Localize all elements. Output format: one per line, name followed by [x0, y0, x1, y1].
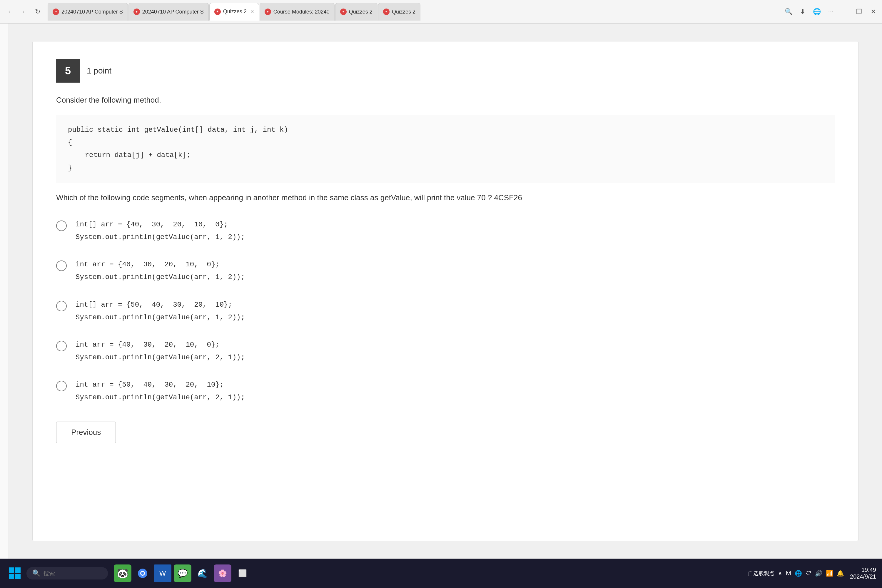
tab-favicon-1: ✦: [52, 9, 59, 15]
taskbar-time: 19:49 2024/9/21: [850, 567, 876, 580]
browser-tab-3[interactable]: ✦Quizzes 2✕: [209, 3, 259, 21]
svg-rect-2: [9, 574, 14, 579]
stock-icon: Μ: [786, 570, 791, 577]
radio-button-2[interactable]: [56, 261, 67, 271]
left-sidebar: [0, 24, 9, 588]
svg-rect-1: [15, 567, 21, 573]
answer-text-3: int[] arr = {50, 40, 30, 20, 10}; System…: [75, 298, 245, 324]
browser-tab-4[interactable]: ✦Course Modules: 20240: [260, 3, 334, 21]
chrome-icon[interactable]: [134, 564, 152, 582]
tab-close-3[interactable]: ✕: [250, 9, 254, 14]
answer-option-3[interactable]: int[] arr = {50, 40, 30, 20, 10}; System…: [56, 298, 835, 324]
browser-tab-1[interactable]: ✦20240710 AP Computer S: [48, 3, 128, 21]
caret-up-icon: ∧: [778, 570, 782, 577]
tab-favicon-5: ✦: [340, 9, 346, 15]
tab-favicon-6: ✦: [383, 9, 390, 15]
page-layout: 5 1 point Consider the following method.…: [0, 24, 882, 588]
browser-tab-2[interactable]: ✦20240710 AP Computer S: [129, 3, 209, 21]
svg-rect-0: [9, 567, 14, 573]
browser-tab-5[interactable]: ✦Quizzes 2: [335, 3, 378, 21]
question-number: 5: [56, 59, 80, 82]
speaker-icon: 🔊: [815, 570, 822, 577]
taskbar: 🔍 🐼 W 💬 🌊 🌸 ⬜ 自选股观点 ∧ Μ 🌐 🛡 🔊 📶 🔔: [0, 559, 882, 588]
content-area: 5 1 point Consider the following method.…: [9, 24, 882, 588]
question-header: 5 1 point: [56, 59, 835, 82]
browser-tab-6[interactable]: ✦Quizzes 2: [378, 3, 420, 21]
tab-label-2: 20240710 AP Computer S: [142, 9, 204, 15]
question-points: 1 point: [87, 66, 111, 75]
taskbar-notification-icon: 🔔: [837, 570, 844, 577]
answer-text-2: int arr = {40, 30, 20, 10, 0}; System.ou…: [75, 258, 245, 284]
wechat-icon[interactable]: 💬: [174, 564, 191, 582]
network-icon: 📶: [826, 570, 833, 577]
browser-actions: 🔍 ⬇ 🌐 ··· — ❐ ✕: [783, 6, 879, 18]
intro-text: Consider the following method.: [56, 94, 835, 106]
quiz-card: 5 1 point Consider the following method.…: [32, 41, 858, 541]
app-icon-purple[interactable]: 🌸: [214, 564, 231, 582]
tab-favicon-3: ✦: [214, 9, 221, 15]
radio-button-3[interactable]: [56, 301, 67, 311]
answer-option-1[interactable]: int[] arr = {40, 30, 20, 10, 0}; System.…: [56, 218, 835, 243]
previous-button[interactable]: Previous: [56, 422, 116, 443]
question-body: Which of the following code segments, wh…: [56, 192, 835, 204]
tabs-bar: ✦20240710 AP Computer S✦20240710 AP Comp…: [48, 3, 779, 21]
tab-label-1: 20240710 AP Computer S: [62, 9, 123, 15]
radio-button-5[interactable]: [56, 381, 67, 392]
start-button[interactable]: [6, 564, 24, 582]
globe-button[interactable]: 🌐: [811, 6, 823, 18]
answer-option-5[interactable]: int arr = {50, 40, 30, 20, 10}; System.o…: [56, 378, 835, 404]
tab-label-5: Quizzes 2: [349, 9, 372, 15]
search-input[interactable]: [43, 570, 102, 577]
maximize-button[interactable]: ❐: [853, 6, 865, 18]
taskbar-right: 自选股观点 ∧ Μ 🌐 🛡 🔊 📶 🔔 19:49 2024/9/21: [748, 567, 876, 580]
shield-icon: 🛡: [806, 570, 812, 577]
answer-option-2[interactable]: int arr = {40, 30, 20, 10, 0}; System.ou…: [56, 258, 835, 284]
time-display: 19:49: [850, 567, 876, 573]
download-button[interactable]: ⬇: [797, 6, 808, 18]
nav-buttons: ‹ › ↻: [3, 5, 44, 18]
browser-chrome: ‹ › ↻ ✦20240710 AP Computer S✦20240710 A…: [0, 0, 882, 24]
answer-option-4[interactable]: int arr = {40, 30, 20, 10, 0}; System.ou…: [56, 338, 835, 364]
tab-favicon-4: ✦: [265, 9, 271, 15]
close-window-button[interactable]: ✕: [867, 6, 879, 18]
answer-text-4: int arr = {40, 30, 20, 10, 0}; System.ou…: [75, 338, 245, 364]
answer-text-1: int[] arr = {40, 30, 20, 10, 0}; System.…: [75, 218, 245, 243]
edge-icon[interactable]: 🌊: [194, 564, 212, 582]
minimize-button[interactable]: —: [839, 6, 851, 18]
tab-favicon-2: ✦: [134, 9, 140, 15]
options-container: int[] arr = {40, 30, 20, 10, 0}; System.…: [56, 218, 835, 404]
globe-tray-icon: 🌐: [795, 570, 802, 577]
system-tray: 自选股观点 ∧ Μ 🌐 🛡 🔊 📶 🔔: [748, 570, 844, 577]
forward-button[interactable]: ›: [17, 5, 30, 18]
more-button[interactable]: ···: [825, 6, 837, 18]
taskview-icon[interactable]: ⬜: [234, 564, 251, 582]
button-row: Previous: [56, 422, 835, 443]
stocks-label: 自选股观点: [748, 570, 774, 577]
radio-button-1[interactable]: [56, 220, 67, 231]
code-block: public static int getValue(int[] data, i…: [56, 115, 835, 183]
date-display: 2024/9/21: [850, 573, 876, 580]
tab-label-3: Quizzes 2: [223, 9, 247, 15]
svg-rect-3: [15, 574, 21, 579]
panda-icon[interactable]: 🐼: [114, 564, 131, 582]
back-button[interactable]: ‹: [3, 5, 16, 18]
search-icon: 🔍: [32, 570, 40, 577]
svg-point-6: [141, 572, 144, 575]
word-icon[interactable]: W: [154, 564, 171, 582]
taskbar-icons: 🐼 W 💬 🌊 🌸 ⬜: [114, 564, 251, 582]
reload-button[interactable]: ↻: [31, 5, 44, 18]
tab-label-6: Quizzes 2: [392, 9, 416, 15]
taskbar-search-box[interactable]: 🔍: [27, 567, 108, 579]
answer-text-5: int arr = {50, 40, 30, 20, 10}; System.o…: [75, 378, 245, 404]
radio-button-4[interactable]: [56, 341, 67, 351]
tab-label-4: Course Modules: 20240: [273, 9, 330, 15]
search-action-button[interactable]: 🔍: [783, 6, 794, 18]
